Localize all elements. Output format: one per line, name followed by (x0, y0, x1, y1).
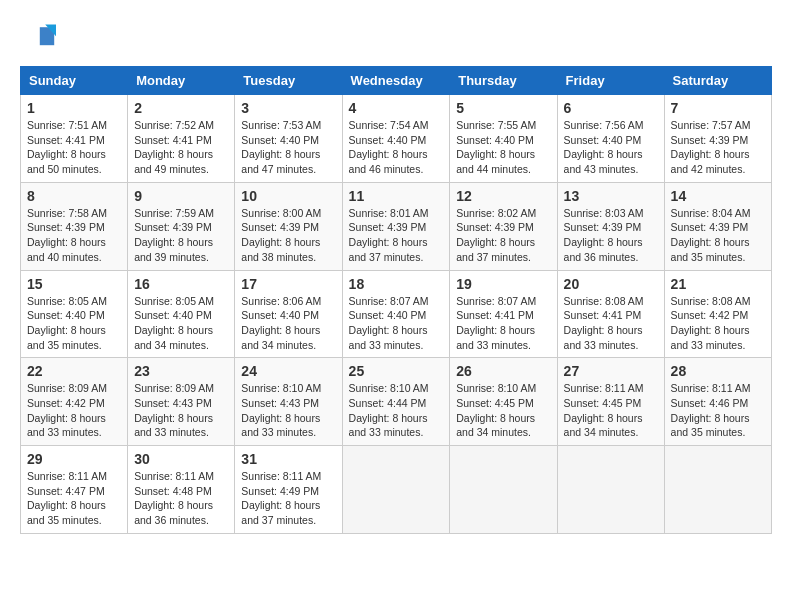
sunrise-text: Sunrise: 8:08 AM (671, 295, 751, 307)
calendar-day-cell: 28Sunrise: 8:11 AMSunset: 4:46 PMDayligh… (664, 358, 771, 446)
calendar-week-row: 29Sunrise: 8:11 AMSunset: 4:47 PMDayligh… (21, 446, 772, 534)
calendar-day-cell: 19Sunrise: 8:07 AMSunset: 4:41 PMDayligh… (450, 270, 557, 358)
sunset-text: Sunset: 4:43 PM (134, 397, 212, 409)
sunset-text: Sunset: 4:42 PM (27, 397, 105, 409)
day-info: Sunrise: 8:03 AMSunset: 4:39 PMDaylight:… (564, 206, 658, 265)
sunset-text: Sunset: 4:48 PM (134, 485, 212, 497)
calendar-day-cell: 31Sunrise: 8:11 AMSunset: 4:49 PMDayligh… (235, 446, 342, 534)
daylight-text: Daylight: 8 hours and 34 minutes. (564, 412, 643, 439)
sunset-text: Sunset: 4:41 PM (27, 134, 105, 146)
sunrise-text: Sunrise: 8:02 AM (456, 207, 536, 219)
calendar-day-cell: 29Sunrise: 8:11 AMSunset: 4:47 PMDayligh… (21, 446, 128, 534)
col-monday: Monday (128, 67, 235, 95)
day-number: 7 (671, 100, 765, 116)
daylight-text: Daylight: 8 hours and 35 minutes. (671, 412, 750, 439)
daylight-text: Daylight: 8 hours and 38 minutes. (241, 236, 320, 263)
calendar-day-cell: 12Sunrise: 8:02 AMSunset: 4:39 PMDayligh… (450, 182, 557, 270)
day-info: Sunrise: 7:51 AMSunset: 4:41 PMDaylight:… (27, 118, 121, 177)
day-info: Sunrise: 8:11 AMSunset: 4:46 PMDaylight:… (671, 381, 765, 440)
sunrise-text: Sunrise: 7:58 AM (27, 207, 107, 219)
col-friday: Friday (557, 67, 664, 95)
sunrise-text: Sunrise: 7:57 AM (671, 119, 751, 131)
daylight-text: Daylight: 8 hours and 42 minutes. (671, 148, 750, 175)
calendar-day-cell: 15Sunrise: 8:05 AMSunset: 4:40 PMDayligh… (21, 270, 128, 358)
sunset-text: Sunset: 4:39 PM (564, 221, 642, 233)
day-number: 9 (134, 188, 228, 204)
sunrise-text: Sunrise: 8:11 AM (27, 470, 107, 482)
sunset-text: Sunset: 4:40 PM (241, 134, 319, 146)
day-info: Sunrise: 7:54 AMSunset: 4:40 PMDaylight:… (349, 118, 444, 177)
calendar-day-cell: 18Sunrise: 8:07 AMSunset: 4:40 PMDayligh… (342, 270, 450, 358)
calendar-day-cell: 13Sunrise: 8:03 AMSunset: 4:39 PMDayligh… (557, 182, 664, 270)
sunset-text: Sunset: 4:45 PM (564, 397, 642, 409)
day-info: Sunrise: 7:53 AMSunset: 4:40 PMDaylight:… (241, 118, 335, 177)
day-number: 30 (134, 451, 228, 467)
sunset-text: Sunset: 4:46 PM (671, 397, 749, 409)
day-number: 6 (564, 100, 658, 116)
sunrise-text: Sunrise: 8:10 AM (456, 382, 536, 394)
day-info: Sunrise: 8:10 AMSunset: 4:43 PMDaylight:… (241, 381, 335, 440)
daylight-text: Daylight: 8 hours and 33 minutes. (241, 412, 320, 439)
day-info: Sunrise: 8:10 AMSunset: 4:45 PMDaylight:… (456, 381, 550, 440)
calendar-week-row: 22Sunrise: 8:09 AMSunset: 4:42 PMDayligh… (21, 358, 772, 446)
calendar-day-cell: 4Sunrise: 7:54 AMSunset: 4:40 PMDaylight… (342, 95, 450, 183)
sunrise-text: Sunrise: 7:54 AM (349, 119, 429, 131)
sunset-text: Sunset: 4:40 PM (241, 309, 319, 321)
daylight-text: Daylight: 8 hours and 34 minutes. (241, 324, 320, 351)
day-number: 23 (134, 363, 228, 379)
day-info: Sunrise: 8:02 AMSunset: 4:39 PMDaylight:… (456, 206, 550, 265)
day-info: Sunrise: 7:57 AMSunset: 4:39 PMDaylight:… (671, 118, 765, 177)
calendar-day-cell: 30Sunrise: 8:11 AMSunset: 4:48 PMDayligh… (128, 446, 235, 534)
day-number: 8 (27, 188, 121, 204)
daylight-text: Daylight: 8 hours and 33 minutes. (456, 324, 535, 351)
calendar-day-cell: 10Sunrise: 8:00 AMSunset: 4:39 PMDayligh… (235, 182, 342, 270)
day-number: 26 (456, 363, 550, 379)
day-number: 21 (671, 276, 765, 292)
day-number: 18 (349, 276, 444, 292)
sunset-text: Sunset: 4:39 PM (456, 221, 534, 233)
daylight-text: Daylight: 8 hours and 35 minutes. (27, 324, 106, 351)
day-number: 29 (27, 451, 121, 467)
sunset-text: Sunset: 4:41 PM (564, 309, 642, 321)
sunrise-text: Sunrise: 8:04 AM (671, 207, 751, 219)
calendar-day-cell: 26Sunrise: 8:10 AMSunset: 4:45 PMDayligh… (450, 358, 557, 446)
day-number: 25 (349, 363, 444, 379)
day-number: 24 (241, 363, 335, 379)
day-number: 1 (27, 100, 121, 116)
day-info: Sunrise: 7:55 AMSunset: 4:40 PMDaylight:… (456, 118, 550, 177)
sunrise-text: Sunrise: 8:00 AM (241, 207, 321, 219)
day-info: Sunrise: 8:11 AMSunset: 4:47 PMDaylight:… (27, 469, 121, 528)
col-sunday: Sunday (21, 67, 128, 95)
calendar-day-cell: 11Sunrise: 8:01 AMSunset: 4:39 PMDayligh… (342, 182, 450, 270)
col-saturday: Saturday (664, 67, 771, 95)
daylight-text: Daylight: 8 hours and 47 minutes. (241, 148, 320, 175)
day-number: 27 (564, 363, 658, 379)
daylight-text: Daylight: 8 hours and 33 minutes. (349, 324, 428, 351)
sunset-text: Sunset: 4:43 PM (241, 397, 319, 409)
sunrise-text: Sunrise: 8:09 AM (134, 382, 214, 394)
sunset-text: Sunset: 4:49 PM (241, 485, 319, 497)
day-info: Sunrise: 8:09 AMSunset: 4:42 PMDaylight:… (27, 381, 121, 440)
sunset-text: Sunset: 4:44 PM (349, 397, 427, 409)
calendar-day-cell (664, 446, 771, 534)
daylight-text: Daylight: 8 hours and 49 minutes. (134, 148, 213, 175)
sunrise-text: Sunrise: 8:10 AM (349, 382, 429, 394)
day-info: Sunrise: 7:52 AMSunset: 4:41 PMDaylight:… (134, 118, 228, 177)
day-number: 22 (27, 363, 121, 379)
day-number: 12 (456, 188, 550, 204)
daylight-text: Daylight: 8 hours and 50 minutes. (27, 148, 106, 175)
day-info: Sunrise: 8:04 AMSunset: 4:39 PMDaylight:… (671, 206, 765, 265)
calendar-day-cell: 22Sunrise: 8:09 AMSunset: 4:42 PMDayligh… (21, 358, 128, 446)
calendar-day-cell: 23Sunrise: 8:09 AMSunset: 4:43 PMDayligh… (128, 358, 235, 446)
day-number: 14 (671, 188, 765, 204)
sunrise-text: Sunrise: 7:53 AM (241, 119, 321, 131)
calendar-body: 1Sunrise: 7:51 AMSunset: 4:41 PMDaylight… (21, 95, 772, 534)
day-number: 28 (671, 363, 765, 379)
sunset-text: Sunset: 4:40 PM (564, 134, 642, 146)
day-number: 3 (241, 100, 335, 116)
sunrise-text: Sunrise: 8:05 AM (27, 295, 107, 307)
day-info: Sunrise: 7:59 AMSunset: 4:39 PMDaylight:… (134, 206, 228, 265)
sunset-text: Sunset: 4:39 PM (349, 221, 427, 233)
sunset-text: Sunset: 4:40 PM (134, 309, 212, 321)
calendar-day-cell: 7Sunrise: 7:57 AMSunset: 4:39 PMDaylight… (664, 95, 771, 183)
